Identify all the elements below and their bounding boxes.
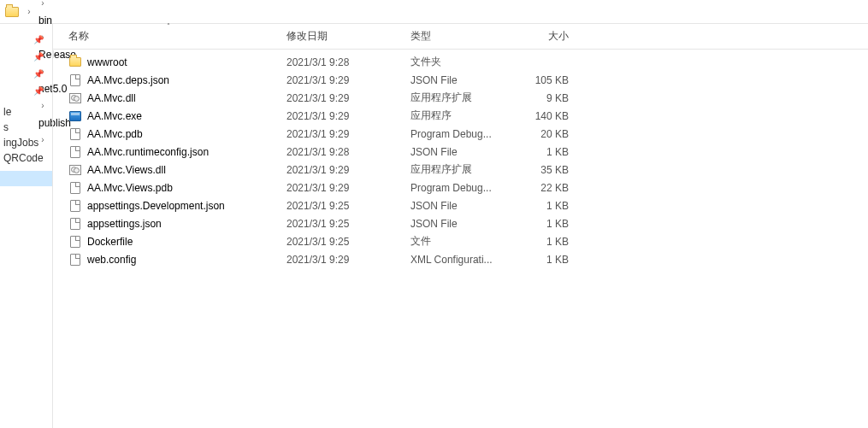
file-type: JSON File [410, 200, 513, 212]
pdb-file-icon [68, 181, 82, 195]
file-type: JSON File [410, 218, 513, 230]
column-header-name[interactable]: 名称 ˄ [68, 29, 286, 44]
file-row[interactable]: AA.Mvc.Views.dll2021/3/1 9:29应用程序扩展35 KB [53, 161, 868, 179]
column-header-size[interactable]: 大小 [513, 29, 569, 44]
folder-icon [3, 3, 21, 21]
file-date: 2021/3/1 9:28 [286, 56, 410, 68]
file-row[interactable]: AA.Mvc.Views.pdb2021/3/1 9:29Program Deb… [53, 179, 868, 196]
nav-tree-item[interactable]: ingJobs [0, 135, 52, 150]
file-size: 9 KB [513, 92, 569, 104]
file-row[interactable]: AA.Mvc.exe2021/3/1 9:29应用程序140 KB [53, 107, 868, 125]
address-bar[interactable]: › 此电脑›桌面›Example›AA.Mvc›bin›Release›net5… [0, 0, 868, 24]
file-date: 2021/3/1 9:29 [286, 74, 410, 86]
file-type: 应用程序扩展 [410, 162, 513, 177]
nav-tree-item[interactable]: s [0, 120, 52, 135]
file-type: Program Debug... [410, 182, 513, 194]
file-type: JSON File [410, 74, 513, 86]
column-headers[interactable]: 名称 ˄ 修改日期 类型 大小 [53, 24, 868, 50]
pin-icon: 📌 [0, 82, 52, 99]
file-name: AA.Mvc.Views.dll [87, 164, 166, 176]
file-size: 1 KB [513, 200, 569, 212]
file-row[interactable]: wwwroot2021/3/1 9:28文件夹 [53, 53, 868, 71]
file-name: AA.Mvc.runtimeconfig.json [87, 146, 209, 158]
pin-icon: 📌 [0, 48, 52, 65]
column-header-date[interactable]: 修改日期 [286, 29, 410, 44]
file-name: AA.Mvc.exe [87, 110, 142, 122]
json-file-icon [68, 199, 82, 213]
chevron-right-icon[interactable]: › [25, 3, 33, 21]
file-row[interactable]: AA.Mvc.dll2021/3/1 9:29应用程序扩展9 KB [53, 89, 868, 107]
config-file-icon [68, 253, 82, 267]
file-row[interactable]: appsettings.json2021/3/1 9:25JSON File1 … [53, 214, 868, 232]
file-name: appsettings.json [87, 218, 162, 230]
generic-file-icon [68, 235, 82, 249]
file-type: Program Debug... [410, 128, 513, 140]
file-row[interactable]: Dockerfile2021/3/1 9:25文件1 KB [53, 232, 868, 250]
file-type: 文件 [410, 234, 513, 249]
file-row[interactable]: AA.Mvc.deps.json2021/3/1 9:29JSON File10… [53, 71, 868, 89]
file-date: 2021/3/1 9:29 [286, 254, 410, 266]
file-size: 35 KB [513, 164, 569, 176]
file-row[interactable]: appsettings.Development.json2021/3/1 9:2… [53, 196, 868, 214]
nav-tree-item[interactable] [0, 171, 52, 186]
nav-tree-item[interactable]: le [0, 104, 52, 120]
chevron-right-icon[interactable]: › [38, 0, 47, 12]
file-size: 1 KB [513, 254, 569, 266]
pin-icon: 📌 [0, 65, 52, 82]
file-date: 2021/3/1 9:29 [286, 110, 410, 122]
pin-icon: 📌 [0, 31, 52, 48]
file-name: Dockerfile [87, 236, 133, 248]
file-name: AA.Mvc.Views.pdb [87, 182, 173, 194]
file-size: 105 KB [513, 74, 569, 86]
file-type: 文件夹 [410, 55, 513, 69]
json-file-icon [68, 73, 82, 87]
file-type: 应用程序扩展 [410, 91, 513, 105]
file-size: 1 KB [513, 146, 569, 158]
file-list-panel: 名称 ˄ 修改日期 类型 大小 wwwroot2021/3/1 9:28文件夹A… [53, 24, 868, 428]
navigation-pane[interactable]: 📌 📌 📌 📌 lesingJobsQRCode [0, 24, 53, 428]
column-header-label: 名称 [68, 30, 89, 42]
file-size: 20 KB [513, 128, 569, 140]
dll-file-icon [68, 163, 82, 177]
file-rows: wwwroot2021/3/1 9:28文件夹AA.Mvc.deps.json2… [53, 50, 868, 268]
dll-file-icon [68, 91, 82, 105]
file-name: AA.Mvc.dll [87, 92, 136, 104]
file-size: 1 KB [513, 218, 569, 230]
file-date: 2021/3/1 9:29 [286, 182, 410, 194]
file-row[interactable]: web.config2021/3/1 9:29XML Configurati..… [53, 250, 868, 268]
file-date: 2021/3/1 9:25 [286, 218, 410, 230]
file-size: 22 KB [513, 182, 569, 194]
file-size: 140 KB [513, 110, 569, 122]
column-header-type[interactable]: 类型 [410, 29, 513, 44]
file-date: 2021/3/1 9:28 [286, 146, 410, 158]
file-name: AA.Mvc.pdb [87, 128, 143, 140]
file-row[interactable]: AA.Mvc.runtimeconfig.json2021/3/1 9:28JS… [53, 143, 868, 161]
exe-file-icon [68, 109, 82, 123]
file-name: AA.Mvc.deps.json [87, 74, 169, 86]
nav-tree-item[interactable]: QRCode [0, 150, 52, 166]
file-type: JSON File [410, 146, 513, 158]
file-date: 2021/3/1 9:29 [286, 92, 410, 104]
file-size: 1 KB [513, 236, 569, 248]
file-type: 应用程序 [410, 108, 513, 123]
file-date: 2021/3/1 9:25 [286, 236, 410, 248]
file-date: 2021/3/1 9:29 [286, 164, 410, 176]
folder-icon [68, 56, 82, 69]
file-name: appsettings.Development.json [87, 200, 225, 212]
file-type: XML Configurati... [410, 254, 513, 266]
json-file-icon [68, 217, 82, 231]
json-file-icon [68, 145, 82, 159]
sort-indicator-icon: ˄ [167, 22, 170, 30]
file-name: web.config [87, 254, 136, 266]
file-date: 2021/3/1 9:25 [286, 200, 410, 212]
file-date: 2021/3/1 9:29 [286, 128, 410, 140]
file-name: wwwroot [87, 56, 127, 68]
pdb-file-icon [68, 127, 82, 141]
file-row[interactable]: AA.Mvc.pdb2021/3/1 9:29Program Debug...2… [53, 125, 868, 143]
